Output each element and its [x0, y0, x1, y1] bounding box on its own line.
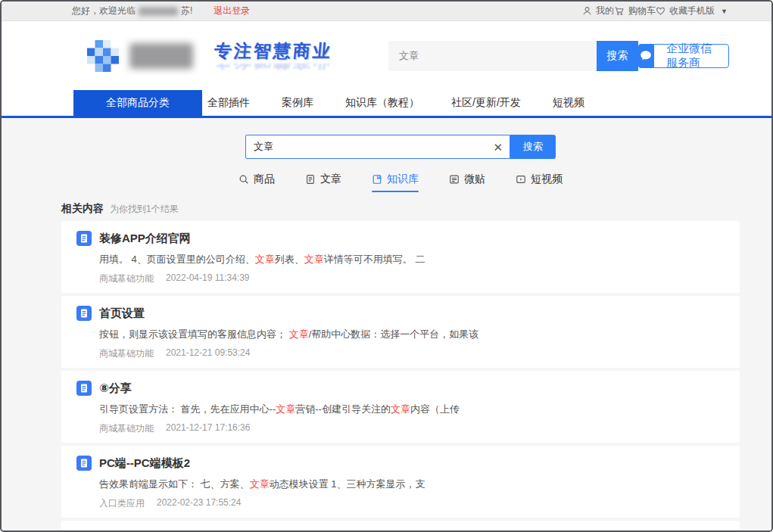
nav-item[interactable]: 全部商品分类	[73, 90, 202, 116]
result-description: 告效果前端显示如下： 七、方案、文章动态模块设置 1、三种方案显示，支	[99, 478, 725, 490]
result-type-tab[interactable]: 文章	[305, 173, 341, 192]
result-timestamp: 2021-12-17 17:16:36	[166, 422, 250, 433]
nav-item-label: 案例库	[282, 96, 313, 110]
redacted-logo-text	[129, 43, 193, 69]
result-meta: 入口类应用 2022-02-23 17:55:24	[99, 497, 725, 508]
highlight-keyword: 文章	[391, 403, 410, 415]
result-card[interactable]: 首页设置 按钮，则显示该设置填写的客服信息内容； 文章/帮助中心数据：选择一个平…	[61, 296, 740, 368]
description-text: 引导页设置方法： 首先，先在应用中心--	[99, 403, 276, 415]
description-text: 告效果前端显示如下： 七、方案、	[99, 478, 250, 490]
description-text: 详情等可不用填写。 二	[324, 254, 425, 265]
description-text: 内容（上传	[410, 403, 460, 415]
greeting-prefix: 您好，欢迎光临	[72, 5, 136, 17]
nav-item[interactable]: 案例库	[282, 90, 313, 116]
result-type-tabs: 商品 文章 知识库 微贴 短视频	[61, 173, 740, 192]
nav-item-label: 社区/更新/开发	[451, 96, 521, 110]
logo-mark-icon	[87, 40, 119, 72]
result-title-row: ⑧分享	[76, 381, 725, 396]
results-title: 相关内容	[61, 202, 104, 216]
result-timestamp: 2021-12-21 09:53:24	[166, 347, 250, 358]
topbar-link-label: 手机版	[687, 5, 715, 17]
clear-search-icon[interactable]: ✕	[493, 142, 503, 153]
nav-item[interactable]: 知识库（教程）	[345, 90, 419, 116]
document-icon	[76, 381, 92, 396]
result-description: 按钮，则显示该设置填写的客服信息内容； 文章/帮助中心数据：选择一个平台，如果该	[99, 328, 725, 341]
topbar-link-label: 购物车	[628, 5, 656, 17]
result-card[interactable]: PC端--PC端模板2 告效果前端显示如下： 七、方案、文章动态模块设置 1、三…	[61, 446, 740, 518]
highlight-keyword: 文章	[289, 328, 309, 340]
nav-item[interactable]: 社区/更新/开发	[451, 90, 521, 116]
topbar-link[interactable]: 我的	[582, 5, 614, 17]
topbar-quick-links: 我的 购物车 收藏 手机版 ▼	[582, 5, 728, 17]
content-search-input[interactable]	[245, 135, 510, 159]
result-type-tab[interactable]: 短视频	[516, 173, 563, 192]
nav-item[interactable]: 全部插件	[207, 90, 250, 116]
topbar-link[interactable]: 收藏	[656, 5, 687, 17]
header-search: 搜索	[388, 41, 638, 71]
nav-item-label: 短视频	[553, 96, 584, 110]
nav-item-label: 全部商品分类	[106, 96, 170, 110]
nav-item-label: 全部插件	[207, 96, 250, 110]
cart-icon	[614, 6, 625, 16]
video-icon	[516, 174, 526, 185]
result-title-row: 首页设置	[76, 306, 725, 321]
logo-slogan: 专注智慧商业 专注智慧商业	[214, 39, 332, 73]
greeting-suffix: 苏!	[181, 5, 192, 17]
topbar-link[interactable]: 购物车	[614, 5, 656, 17]
welcome-greeting: 您好，欢迎光临 苏!	[72, 5, 192, 17]
results-list: 装修APP介绍官网 用填。 4、页面设置里的公司介绍、文章列表、文章详情等可不用…	[61, 221, 740, 530]
result-description: 用填。 4、页面设置里的公司介绍、文章列表、文章详情等可不用填写。 二	[99, 253, 725, 266]
result-timestamp: 2022-04-19 11:34:39	[166, 272, 250, 283]
nav-item[interactable]: 短视频	[553, 90, 584, 116]
results-count: 为你找到1个结果	[110, 203, 179, 216]
header-search-button[interactable]: 搜索	[597, 41, 638, 71]
result-type-tab[interactable]: 知识库	[372, 173, 419, 192]
browser-window: 您好，欢迎光临 苏! 退出登录 我的 购物车 收藏 手机版 ▼	[0, 0, 773, 532]
result-card[interactable]: PC端--前端页面	[61, 521, 740, 530]
wechat-button-label: 企业微信服务商	[653, 44, 729, 68]
results-header: 相关内容 为你找到1个结果	[61, 202, 740, 216]
result-type-tab[interactable]: 商品	[238, 173, 275, 192]
highlight-keyword: 文章	[276, 403, 295, 415]
description-text: 按钮，则显示该设置填写的客服信息内容；	[99, 328, 289, 340]
topbar-link[interactable]: 手机版 ▼	[687, 5, 728, 17]
result-title[interactable]: 首页设置	[99, 306, 145, 321]
heart-icon	[656, 6, 665, 16]
wechat-icon	[638, 44, 653, 68]
tab-label: 知识库	[387, 173, 419, 186]
highlight-keyword: 文章	[255, 254, 275, 265]
content-search-button[interactable]: 搜索	[510, 135, 556, 159]
logout-link[interactable]: 退出登录	[214, 5, 250, 17]
redacted-shop-name	[139, 7, 178, 16]
user-icon	[582, 6, 592, 16]
result-category: 商城基础功能	[99, 422, 154, 433]
tab-label: 短视频	[531, 173, 563, 186]
document-icon	[76, 456, 92, 471]
header-search-input[interactable]	[388, 41, 597, 71]
topbar-link-label: 收藏	[669, 5, 687, 17]
result-timestamp: 2022-02-23 17:55:24	[157, 497, 241, 508]
result-card[interactable]: 装修APP介绍官网 用填。 4、页面设置里的公司介绍、文章列表、文章详情等可不用…	[61, 221, 740, 293]
description-text: 营销--创建引导关注的	[295, 403, 391, 415]
content-search: ✕ 搜索	[245, 135, 556, 159]
site-logo[interactable]: 专注智慧商业 专注智慧商业	[87, 39, 332, 73]
result-title[interactable]: PC端--PC端模板2	[99, 456, 190, 471]
description-text: 列表、	[275, 254, 304, 265]
result-title-row: 装修APP介绍官网	[76, 231, 725, 246]
result-card[interactable]: ⑧分享 引导页设置方法： 首先，先在应用中心--文章营销--创建引导关注的文章内…	[61, 371, 740, 443]
result-description: 引导页设置方法： 首先，先在应用中心--文章营销--创建引导关注的文章内容（上传	[99, 403, 725, 415]
knowledge-icon	[372, 174, 382, 185]
result-title[interactable]: ⑧分享	[99, 381, 132, 396]
result-title-row: PC端--PC端模板2	[76, 456, 725, 471]
top-bar: 您好，欢迎光临 苏! 退出登录 我的 购物车 收藏 手机版 ▼	[2, 2, 771, 21]
topbar-link-label: 我的	[596, 5, 614, 17]
slogan-text: 专注智慧商业	[214, 39, 334, 63]
result-meta: 商城基础功能 2021-12-21 09:53:24	[99, 347, 725, 358]
search-icon	[238, 174, 249, 185]
main-navigation: 全部商品分类 全部插件 案例库 知识库（教程） 社区/更新/开发 短视频	[2, 90, 771, 118]
wechat-service-button[interactable]: 企业微信服务商	[638, 44, 729, 68]
result-type-tab[interactable]: 微贴	[449, 173, 485, 192]
description-text: 动态模块设置 1、三种方案显示，支	[270, 478, 425, 490]
result-title[interactable]: 装修APP介绍官网	[99, 232, 191, 246]
document-icon	[76, 231, 92, 246]
